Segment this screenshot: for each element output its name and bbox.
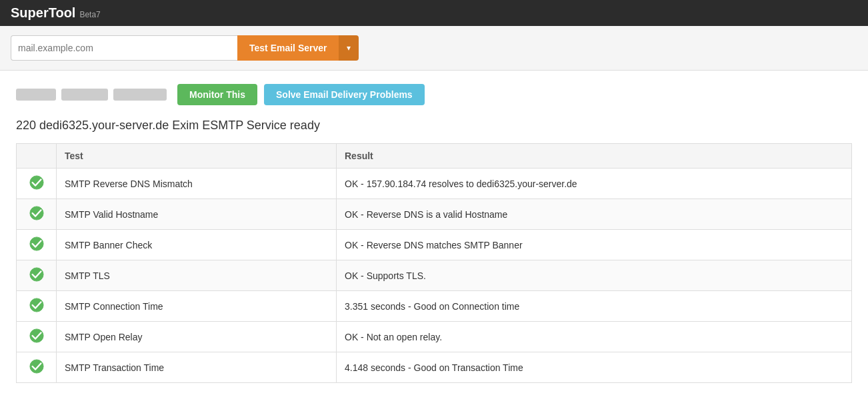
- results-tbody: SMTP Reverse DNS MismatchOK - 157.90.184…: [17, 169, 852, 383]
- row-result: OK - 157.90.184.74 resolves to dedi6325.…: [337, 169, 852, 199]
- table-row: SMTP Transaction Time4.148 seconds - Goo…: [17, 352, 852, 383]
- results-table: Test Result SMTP Reverse DNS MismatchOK …: [16, 143, 852, 383]
- test-button-dropdown[interactable]: ▾: [339, 35, 359, 61]
- app-title: SuperTool: [11, 5, 75, 21]
- server-input[interactable]: [11, 35, 237, 61]
- blurred-block-2: [61, 89, 108, 101]
- row-test-name: SMTP TLS: [57, 260, 337, 291]
- blurred-block-3: [113, 89, 167, 101]
- row-icon-cell: [17, 322, 57, 352]
- col-header-test: Test: [57, 144, 337, 169]
- row-result: OK - Reverse DNS matches SMTP Banner: [337, 230, 852, 260]
- check-icon: [29, 175, 44, 190]
- check-icon: [29, 298, 44, 312]
- table-row: SMTP Valid HostnameOK - Reverse DNS is a…: [17, 199, 852, 230]
- banner-message: 220 dedi6325.your-server.de Exim ESMTP S…: [16, 119, 852, 133]
- check-icon: [29, 359, 44, 374]
- table-row: SMTP Reverse DNS MismatchOK - 157.90.184…: [17, 169, 852, 199]
- beta-badge: Beta7: [79, 10, 100, 19]
- check-icon: [29, 206, 44, 220]
- top-bar: SuperTool Beta7: [0, 0, 868, 26]
- solve-email-delivery-button[interactable]: Solve Email Delivery Problems: [264, 84, 425, 105]
- table-row: SMTP Banner CheckOK - Reverse DNS matche…: [17, 230, 852, 260]
- table-row: SMTP TLSOK - Supports TLS.: [17, 260, 852, 291]
- table-header-row: Test Result: [17, 144, 852, 169]
- row-result: 3.351 seconds - Good on Connection time: [337, 291, 852, 322]
- test-button-group: Test Email Server ▾: [237, 35, 359, 61]
- row-icon-cell: [17, 230, 57, 260]
- main-content: Monitor This Solve Email Delivery Proble…: [0, 71, 868, 396]
- check-icon: [29, 267, 44, 282]
- row-icon-cell: [17, 291, 57, 322]
- table-row: SMTP Connection Time3.351 seconds - Good…: [17, 291, 852, 322]
- row-result: OK - Not an open relay.: [337, 322, 852, 352]
- row-test-name: SMTP Open Relay: [57, 322, 337, 352]
- monitor-this-button[interactable]: Monitor This: [177, 84, 257, 105]
- row-icon-cell: [17, 260, 57, 291]
- row-test-name: SMTP Banner Check: [57, 230, 337, 260]
- row-result: OK - Supports TLS.: [337, 260, 852, 291]
- blurred-block-1: [16, 89, 56, 101]
- check-icon: [29, 328, 44, 343]
- test-email-server-button[interactable]: Test Email Server: [237, 35, 339, 61]
- table-row: SMTP Open RelayOK - Not an open relay.: [17, 322, 852, 352]
- col-header-icon: [17, 144, 57, 169]
- col-header-result: Result: [337, 144, 852, 169]
- row-result: 4.148 seconds - Good on Transaction Time: [337, 352, 852, 383]
- blurred-info: [16, 89, 167, 101]
- row-test-name: SMTP Reverse DNS Mismatch: [57, 169, 337, 199]
- action-row: Monitor This Solve Email Delivery Proble…: [16, 84, 852, 105]
- search-area: Test Email Server ▾: [0, 26, 868, 71]
- row-test-name: SMTP Valid Hostname: [57, 199, 337, 230]
- row-icon-cell: [17, 169, 57, 199]
- row-icon-cell: [17, 199, 57, 230]
- row-result: OK - Reverse DNS is a valid Hostname: [337, 199, 852, 230]
- check-icon: [29, 236, 44, 251]
- row-test-name: SMTP Transaction Time: [57, 352, 337, 383]
- row-icon-cell: [17, 352, 57, 383]
- row-test-name: SMTP Connection Time: [57, 291, 337, 322]
